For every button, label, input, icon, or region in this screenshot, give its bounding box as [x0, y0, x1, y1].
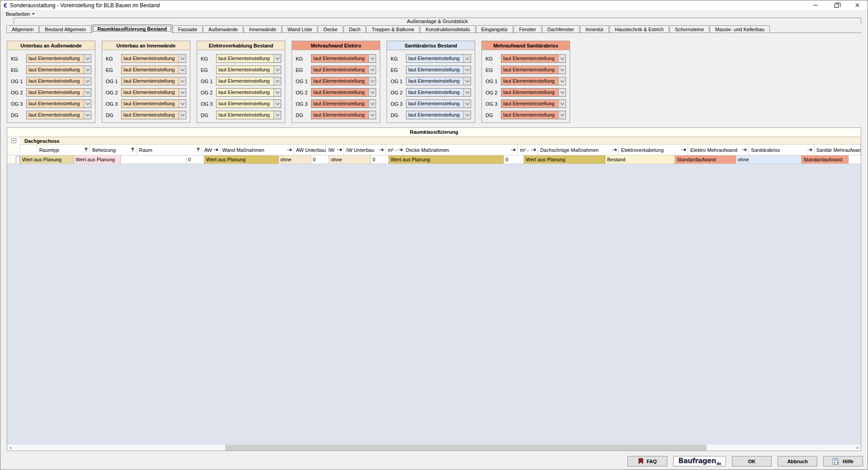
cell-decke-ma-nahmen[interactable]: Wert aus Planung: [389, 155, 504, 164]
dropdown-unterbau-an-au-enw-nde-dg[interactable]: laut Elementeinstellung: [26, 111, 91, 119]
dropdown-arrow-button[interactable]: [463, 55, 471, 62]
cell-iw[interactable]: 0: [311, 155, 329, 164]
tab-treppen-balkone[interactable]: Treppen & Balkone: [366, 25, 420, 33]
column-header-wand-ma-nahmen[interactable]: Wand Maßnahmen: [220, 145, 294, 155]
column-header-dachschr-ge-ma-nahmen[interactable]: Dachschräge Maßnahmen: [538, 145, 619, 155]
dropdown-sanit-rabriss-bestand-og-1[interactable]: laut Elementeinstellung: [406, 77, 471, 85]
dropdown-unterbau-an-innenw-nde-og-1[interactable]: laut Elementeinstellung: [121, 77, 186, 85]
cell-aw[interactable]: 0: [186, 155, 204, 164]
cell-m[interactable]: 0: [504, 155, 524, 164]
dropdown-arrow-button[interactable]: [558, 66, 566, 74]
cell-dachschr-ge-ma-nahmen[interactable]: Wert aus Planung: [524, 155, 605, 164]
dropdown-sanit-rabriss-bestand-og-2[interactable]: laut Elementeinstellung: [406, 88, 471, 97]
dropdown-arrow-button[interactable]: [179, 111, 186, 119]
dropdown-mehraufwand-elektro-eg[interactable]: laut Elementeinstellung: [311, 66, 376, 74]
dropdown-mehraufwand-sanit-rabriss-og-2[interactable]: laut Elementeinstellung: [501, 88, 566, 97]
dropdown-arrow-button[interactable]: [179, 89, 186, 96]
dropdown-mehraufwand-sanit-rabriss-dg[interactable]: laut Elementeinstellung: [501, 111, 566, 119]
tab-au-enw-nde[interactable]: Außenwände: [203, 25, 243, 33]
dropdown-elektroverkablung-bestand-dg[interactable]: laut Elementeinstellung: [216, 111, 281, 119]
horizontal-scrollbar[interactable]: ‹ ›: [7, 444, 861, 451]
dropdown-arrow-button[interactable]: [463, 111, 471, 119]
tab-innenw-nde[interactable]: Innenwände: [244, 25, 282, 33]
dropdown-unterbau-an-innenw-nde-og-2[interactable]: laut Elementeinstellung: [121, 88, 186, 97]
dropdown-arrow-button[interactable]: [558, 89, 566, 96]
dropdown-sanit-rabriss-bestand-og-3[interactable]: laut Elementeinstellung: [406, 99, 471, 108]
dropdown-arrow-button[interactable]: [179, 55, 186, 62]
column-header-elektroverkabelung[interactable]: Elektroverkabelung: [619, 145, 688, 155]
tab-haustechnik-estrich[interactable]: Haustechnik & Estrich: [609, 25, 669, 33]
cell-wand-ma-nahmen[interactable]: Wert aus Planung: [204, 155, 278, 164]
scrollbar-thumb[interactable]: [225, 445, 707, 451]
tab-aussenanlage-grundstueck[interactable]: Außenanlage & Grundstück: [14, 18, 861, 24]
menu-bearbeiten[interactable]: Bearbeiten: [4, 11, 37, 17]
tab-wand-liste[interactable]: Wand Liste: [282, 25, 318, 33]
dropdown-arrow-button[interactable]: [558, 100, 566, 108]
dropdown-arrow-button[interactable]: [84, 100, 91, 108]
dropdown-unterbau-an-au-enw-nde-kg[interactable]: laut Elementeinstellung: [26, 54, 91, 63]
tab-decke[interactable]: Decke: [318, 25, 343, 33]
column-header-raumtyp[interactable]: Raumtyp: [37, 145, 90, 155]
ok-button[interactable]: OK: [732, 456, 772, 466]
dropdown-arrow-button[interactable]: [274, 66, 281, 74]
tab-bestand-allgemein[interactable]: Bestand Allgemein: [39, 25, 91, 33]
faq-button[interactable]: FAQ: [627, 456, 667, 466]
dropdown-arrow-button[interactable]: [84, 77, 91, 85]
dropdown-arrow-button[interactable]: [274, 89, 281, 96]
column-header-raum[interactable]: Raum: [137, 145, 202, 155]
dropdown-sanit-rabriss-bestand-dg[interactable]: laut Elementeinstellung: [406, 111, 471, 119]
dropdown-unterbau-an-innenw-nde-og-3[interactable]: laut Elementeinstellung: [121, 99, 186, 108]
dropdown-arrow-button[interactable]: [368, 100, 376, 108]
dropdown-arrow-button[interactable]: [274, 77, 281, 85]
dropdown-mehraufwand-sanit-rabriss-kg[interactable]: laut Elementeinstellung: [501, 54, 566, 63]
tab-allgemein[interactable]: Allgemein: [6, 25, 39, 33]
dropdown-arrow-button[interactable]: [463, 89, 471, 96]
cell-raumtyp[interactable]: Wert aus Planung: [20, 155, 74, 164]
dropdown-mehraufwand-elektro-kg[interactable]: laut Elementeinstellung: [311, 54, 376, 63]
tab-konstruktionsdetails[interactable]: Konstruktionsdetails: [420, 25, 475, 33]
tab-fassade[interactable]: Fassade: [173, 25, 203, 33]
dropdown-elektroverkablung-bestand-eg[interactable]: laut Elementeinstellung: [216, 66, 281, 74]
dropdown-unterbau-an-innenw-nde-dg[interactable]: laut Elementeinstellung: [121, 111, 186, 119]
dropdown-unterbau-an-au-enw-nde-og-2[interactable]: laut Elementeinstellung: [26, 88, 91, 97]
dropdown-elektroverkablung-bestand-og-1[interactable]: laut Elementeinstellung: [216, 77, 281, 85]
dropdown-arrow-button[interactable]: [558, 55, 566, 62]
dropdown-arrow-button[interactable]: [84, 55, 91, 62]
dropdown-unterbau-an-innenw-nde-kg[interactable]: laut Elementeinstellung: [121, 54, 186, 63]
dropdown-arrow-button[interactable]: [179, 100, 186, 108]
dropdown-mehraufwand-elektro-og-2[interactable]: laut Elementeinstellung: [311, 88, 376, 97]
dropdown-mehraufwand-sanit-rabriss-eg[interactable]: laut Elementeinstellung: [501, 66, 566, 74]
tab-massiv-und-kellerbau[interactable]: Massiv- und Kellerbau: [710, 25, 770, 33]
baufragen-logo-button[interactable]: Baufragende: [673, 456, 726, 466]
dropdown-arrow-button[interactable]: [463, 77, 471, 85]
dropdown-arrow-button[interactable]: [274, 111, 281, 119]
collapse-expander-icon[interactable]: [11, 138, 16, 143]
scroll-left-icon[interactable]: ‹: [7, 444, 14, 451]
dropdown-unterbau-an-au-enw-nde-og-3[interactable]: laut Elementeinstellung: [26, 99, 91, 108]
dropdown-mehraufwand-elektro-og-3[interactable]: laut Elementeinstellung: [311, 99, 376, 108]
column-header-beheizung[interactable]: Beheizung: [90, 145, 137, 155]
minimize-button[interactable]: [805, 0, 826, 10]
dropdown-mehraufwand-elektro-og-1[interactable]: laut Elementeinstellung: [311, 77, 376, 85]
column-header-sanit-r-mehraufwand[interactable]: Sanitär Mehraufwand: [814, 145, 861, 155]
cell-m[interactable]: 0: [371, 155, 389, 164]
tab-raumklassifizierung-bestand[interactable]: Raumklassifizierung Bestand: [92, 24, 172, 33]
tab-fenster[interactable]: Fenster: [514, 25, 541, 33]
tab-dachfenster[interactable]: Dachfenster: [542, 25, 580, 33]
dropdown-mehraufwand-sanit-rabriss-og-3[interactable]: laut Elementeinstellung: [501, 99, 566, 108]
cell-aw-unterbau[interactable]: ohne: [278, 155, 311, 164]
dropdown-arrow-button[interactable]: [368, 77, 376, 85]
dropdown-arrow-button[interactable]: [368, 111, 376, 119]
cell-elektroverkabelung[interactable]: Bestand: [605, 155, 675, 164]
column-header-m[interactable]: m² -: [518, 145, 538, 155]
dropdown-arrow-button[interactable]: [558, 77, 566, 85]
tab-schornsteine[interactable]: Schornsteine: [670, 25, 709, 33]
dropdown-sanit-rabriss-bestand-eg[interactable]: laut Elementeinstellung: [406, 66, 471, 74]
dropdown-elektroverkablung-bestand-og-2[interactable]: laut Elementeinstellung: [216, 88, 281, 97]
dropdown-arrow-button[interactable]: [84, 66, 91, 74]
dropdown-unterbau-an-au-enw-nde-eg[interactable]: laut Elementeinstellung: [26, 66, 91, 74]
dropdown-unterbau-an-au-enw-nde-og-1[interactable]: laut Elementeinstellung: [26, 77, 91, 85]
cell-beheizung[interactable]: Wert aus Planung: [74, 155, 121, 164]
dropdown-arrow-button[interactable]: [463, 100, 471, 108]
column-header-elektro-mehraufwand[interactable]: Elektro Mehraufwand: [688, 145, 749, 155]
